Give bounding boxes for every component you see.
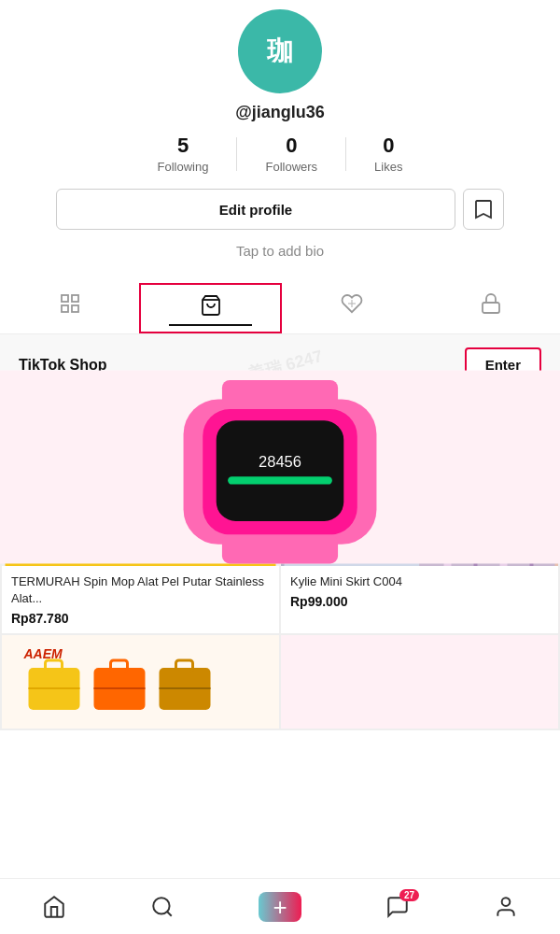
svg-line-59 <box>167 912 172 916</box>
svg-point-60 <box>502 898 511 906</box>
svg-rect-53 <box>217 420 344 521</box>
home-icon <box>42 895 66 919</box>
svg-rect-57 <box>222 534 338 563</box>
svg-text:28456: 28456 <box>259 453 301 471</box>
add-button[interactable]: + <box>259 892 301 922</box>
nav-home[interactable] <box>42 895 66 919</box>
plus-icon: + <box>273 895 287 919</box>
nav-messages[interactable]: 27 <box>385 895 410 919</box>
svg-point-58 <box>153 898 169 913</box>
messages-badge: 27 <box>399 889 419 901</box>
nav-profile[interactable] <box>494 895 518 919</box>
product-card-watch[interactable]: 28456 <box>281 635 558 729</box>
svg-rect-56 <box>222 380 338 409</box>
search-icon <box>150 895 175 919</box>
nav-add[interactable]: + <box>259 892 301 922</box>
watch-product-image: 28456 <box>281 635 558 729</box>
product-grid: Orange 45CM 98-135CM TR02 <box>0 396 560 730</box>
profile-icon <box>494 895 518 919</box>
bottom-navigation: + 27 <box>0 878 560 934</box>
svg-rect-55 <box>228 476 332 484</box>
nav-search[interactable] <box>150 895 175 919</box>
